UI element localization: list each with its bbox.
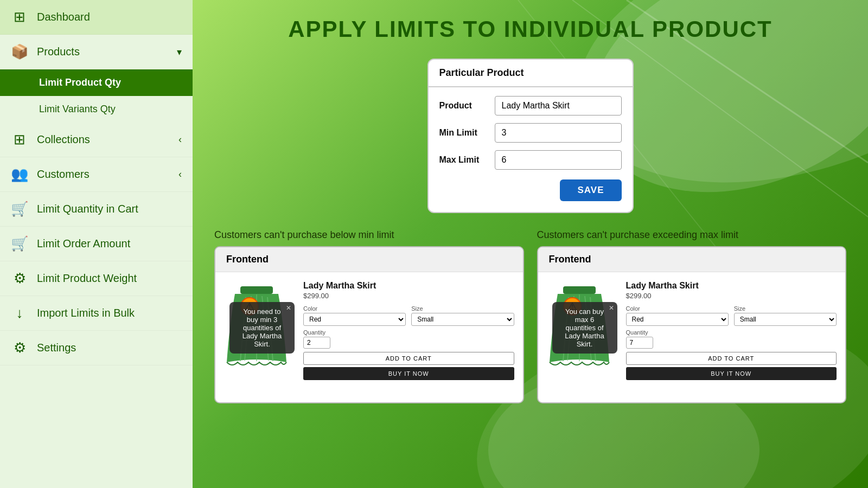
buy-now-right[interactable]: BUY IT NOW bbox=[626, 367, 837, 380]
sidebar-item-label: Import Limits in Bulk bbox=[37, 307, 135, 319]
color-label-left: Color bbox=[303, 305, 406, 312]
form-card: Particular Product Product Min Limit Max… bbox=[427, 59, 634, 213]
field-row-right: Color Red Size Small bbox=[626, 305, 837, 326]
save-button[interactable]: SAVE bbox=[560, 179, 621, 201]
demo-right-frontend-label: Frontend bbox=[538, 247, 846, 272]
demo-right-card: Frontend ⚠ bbox=[537, 246, 847, 403]
min-limit-label: Min Limit bbox=[439, 128, 488, 138]
size-select-right[interactable]: Small bbox=[734, 313, 837, 326]
tooltip-right: ✕ You can buy max 6 quantities of Lady M… bbox=[552, 302, 617, 354]
product-label: Product bbox=[439, 101, 488, 111]
sidebar-sub-item-label: Limit Product Qty bbox=[39, 77, 121, 88]
product-input[interactable] bbox=[495, 96, 622, 115]
max-limit-label: Max Limit bbox=[439, 155, 488, 165]
add-to-cart-left[interactable]: ADD TO CART bbox=[303, 352, 514, 365]
demo-right-body: ⚠ ✕ You can buy max 6 quantities of Lady… bbox=[538, 272, 846, 402]
main-content: APPLY LIMITS TO INDIVIDUAL PRODUCT Parti… bbox=[193, 0, 868, 488]
sidebar-item-limit-product-qty[interactable]: Limit Product Qty bbox=[0, 69, 193, 96]
color-select-right[interactable]: Red bbox=[626, 313, 729, 326]
product-detail-right: Lady Martha Skirt $299.00 Color Red Size bbox=[626, 281, 837, 380]
product-price-left: $299.00 bbox=[303, 292, 514, 300]
order-icon: 🛒 bbox=[11, 235, 28, 252]
sidebar-item-label: Limit Quantity in Cart bbox=[37, 203, 138, 215]
products-icon: 📦 bbox=[11, 43, 28, 60]
sidebar-item-import-limits[interactable]: ↓ Import Limits in Bulk bbox=[0, 296, 193, 331]
min-limit-row: Min Limit bbox=[439, 123, 622, 143]
tooltip-left: ✕ You need to buy min 3 quantities of La… bbox=[229, 302, 295, 354]
max-limit-row: Max Limit bbox=[439, 150, 622, 170]
product-name-right: Lady Martha Skirt bbox=[626, 281, 837, 291]
demo-left-caption: Customers can't purchase below min limit bbox=[214, 229, 524, 241]
sidebar-item-dashboard[interactable]: ⊞ Dashboard bbox=[0, 0, 193, 35]
page-title: APPLY LIMITS TO INDIVIDUAL PRODUCT bbox=[214, 16, 846, 42]
collections-icon: ⊞ bbox=[11, 131, 28, 148]
demo-section: Customers can't purchase below min limit… bbox=[214, 229, 846, 403]
size-select-left[interactable]: Small bbox=[411, 313, 514, 326]
sidebar-item-limit-product-weight[interactable]: ⚙ Limit Product Weight bbox=[0, 261, 193, 296]
tooltip-left-text: You need to buy min 3 quantities of Lady… bbox=[242, 307, 282, 348]
qty-input-left[interactable] bbox=[303, 337, 330, 349]
settings-icon: ⚙ bbox=[11, 339, 28, 356]
weight-icon: ⚙ bbox=[11, 270, 28, 287]
max-limit-input[interactable] bbox=[495, 150, 622, 170]
tooltip-close-right[interactable]: ✕ bbox=[609, 304, 614, 312]
svg-rect-5 bbox=[240, 286, 273, 294]
sidebar-item-label: Dashboard bbox=[37, 11, 90, 23]
qty-input-right[interactable] bbox=[626, 337, 653, 349]
product-name-left: Lady Martha Skirt bbox=[303, 281, 514, 291]
sidebar-item-limit-qty-cart[interactable]: 🛒 Limit Quantity in Cart bbox=[0, 192, 193, 227]
color-group-left: Color Red bbox=[303, 305, 406, 326]
color-label-right: Color bbox=[626, 305, 729, 312]
sidebar: ⊞ Dashboard 📦 Products ▾ Limit Product Q… bbox=[0, 0, 193, 488]
size-group-right: Size Small bbox=[734, 305, 837, 326]
chevron-left-icon: ‹ bbox=[178, 134, 182, 145]
demo-left-frontend-label: Frontend bbox=[215, 247, 523, 272]
sidebar-item-limit-variants-qty[interactable]: Limit Variants Qty bbox=[0, 96, 193, 123]
product-price-right: $299.00 bbox=[626, 292, 837, 300]
color-select-left[interactable]: Red bbox=[303, 313, 406, 326]
qty-label-left: Quantity bbox=[303, 329, 514, 336]
tooltip-close-left[interactable]: ✕ bbox=[286, 304, 291, 312]
size-label-right: Size bbox=[734, 305, 837, 312]
customers-icon: 👥 bbox=[11, 166, 28, 183]
field-row-left: Color Red Size Small bbox=[303, 305, 514, 326]
dashboard-icon: ⊞ bbox=[11, 9, 28, 25]
form-card-body: Product Min Limit Max Limit SAVE bbox=[429, 87, 633, 212]
demo-left-col: Customers can't purchase below min limit… bbox=[214, 229, 524, 403]
skirt-right-container: ⚠ ✕ You can buy max 6 quantities of Lady… bbox=[547, 281, 617, 370]
sidebar-item-label: Settings bbox=[37, 342, 76, 354]
buy-now-left[interactable]: BUY IT NOW bbox=[303, 367, 514, 380]
demo-left-card: Frontend bbox=[214, 246, 524, 403]
skirt-left-container: ⚠ ✕ You need to buy min 3 quantities of … bbox=[224, 281, 295, 370]
color-group-right: Color Red bbox=[626, 305, 729, 326]
size-label-left: Size bbox=[411, 305, 514, 312]
chevron-down-icon: ▾ bbox=[177, 46, 182, 58]
sidebar-item-label: Products bbox=[37, 46, 80, 58]
sidebar-item-products[interactable]: 📦 Products ▾ bbox=[0, 35, 193, 69]
product-row: Product bbox=[439, 96, 622, 115]
size-group-left: Size Small bbox=[411, 305, 514, 326]
min-limit-input[interactable] bbox=[495, 123, 622, 143]
sidebar-item-settings[interactable]: ⚙ Settings bbox=[0, 331, 193, 365]
demo-left-body: ⚠ ✕ You need to buy min 3 quantities of … bbox=[215, 272, 523, 402]
demo-right-caption: Customers can't purchase exceeding max l… bbox=[537, 229, 847, 241]
product-detail-left: Lady Martha Skirt $299.00 Color Red Size bbox=[303, 281, 514, 380]
demo-right-col: Customers can't purchase exceeding max l… bbox=[537, 229, 847, 403]
sidebar-item-label: Limit Order Amount bbox=[37, 237, 130, 250]
sidebar-item-label: Collections bbox=[37, 133, 90, 146]
sidebar-item-label: Customers bbox=[37, 168, 90, 181]
sidebar-sub-item-label: Limit Variants Qty bbox=[39, 104, 116, 115]
sidebar-item-label: Limit Product Weight bbox=[37, 272, 137, 285]
chevron-left-icon-customers: ‹ bbox=[178, 169, 182, 180]
sidebar-item-collections[interactable]: ⊞ Collections ‹ bbox=[0, 123, 193, 157]
import-icon: ↓ bbox=[11, 305, 28, 322]
sidebar-item-limit-order-amount[interactable]: 🛒 Limit Order Amount bbox=[0, 227, 193, 261]
form-card-title: Particular Product bbox=[429, 60, 633, 87]
qty-label-right: Quantity bbox=[626, 329, 837, 336]
svg-rect-6 bbox=[563, 286, 596, 294]
cart-icon: 🛒 bbox=[11, 201, 28, 217]
tooltip-right-text: You can buy max 6 quantities of Lady Mar… bbox=[565, 307, 604, 348]
add-to-cart-right[interactable]: ADD TO CART bbox=[626, 352, 837, 365]
sidebar-item-customers[interactable]: 👥 Customers ‹ bbox=[0, 157, 193, 192]
